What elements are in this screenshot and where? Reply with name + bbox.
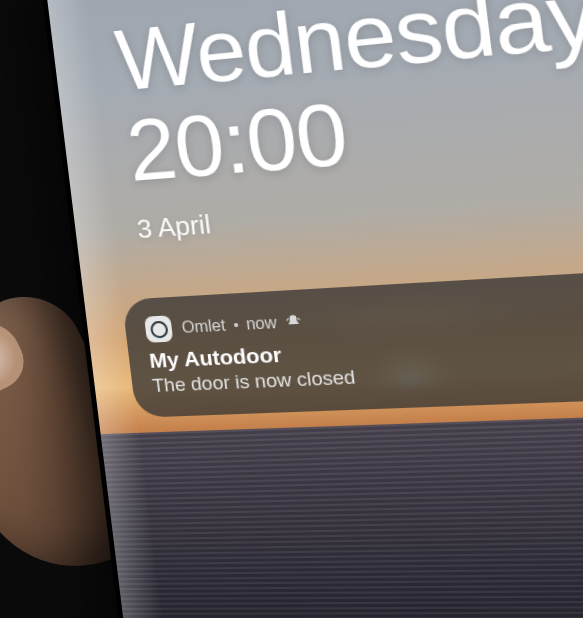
app-icon-omlet — [144, 315, 173, 343]
lockscreen[interactable]: SM Wednesday 20:00 3 April Omle — [40, 0, 583, 618]
bell-icon — [284, 313, 303, 330]
phone-frame: SM Wednesday 20:00 3 April Omle — [35, 0, 583, 618]
omlet-logo-ring-icon — [149, 320, 168, 338]
notification-meta: Omlet now — [181, 312, 303, 337]
separator-dot-icon — [233, 323, 238, 327]
notification-card[interactable]: Omlet now My Autodoor The door is now cl… — [122, 270, 583, 418]
wallpaper-sea — [101, 411, 583, 618]
photo-scene: SM Wednesday 20:00 3 April Omle — [0, 0, 583, 618]
notification-app-name: Omlet — [181, 316, 227, 337]
notification-timestamp: now — [245, 314, 278, 334]
lockscreen-datetime: Wednesday 20:00 3 April — [111, 0, 583, 246]
